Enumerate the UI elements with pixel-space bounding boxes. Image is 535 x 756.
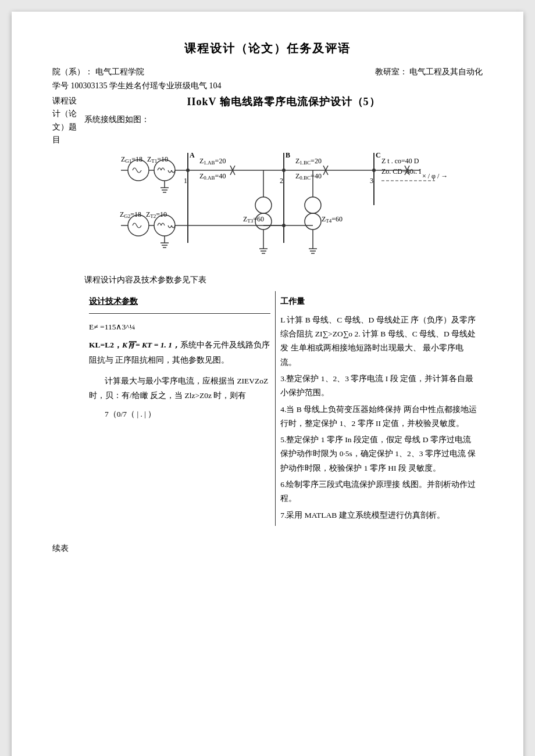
- params-content: E≠ =115∧3^¼ KL=L2，K肎= KT = 1. 1，系统中各元件及线…: [89, 320, 270, 422]
- course-topic-title: IIokV 输电线路零序电流保护设计（5）: [84, 95, 483, 109]
- course-content-intro: 课程设计内容及技术参数参见下表: [84, 275, 483, 285]
- page-container: 课程设计（论文）任务及评语 院（系）： 电气工程学院 教研室： 电气工程及其自动…: [12, 12, 523, 756]
- course-topic-label: 课程设计（论文）题目: [52, 95, 84, 526]
- svg-text:C: C: [376, 151, 381, 159]
- svg-point-73: [282, 224, 286, 227]
- svg-text:ZT1=10: ZT1=10: [147, 155, 168, 164]
- svg-text:Zo.  CD=80s. I: Zo. CD=80s. I: [381, 167, 421, 175]
- svg-text:ZT2=10: ZT2=10: [146, 210, 167, 219]
- svg-text:Z1.AB=20: Z1.AB=20: [199, 157, 226, 166]
- svg-text:2: 2: [280, 177, 283, 185]
- work-header: 工作量: [280, 295, 478, 309]
- work-item-1: L 计算 B 母线、C 母线、D 母线处正 序（负序）及零序综合阻抗 ZI∑>Z…: [280, 313, 478, 370]
- work-item-5: 6.绘制零序三段式电流保护原理接 线图。并剖析动作过程。: [280, 478, 478, 506]
- svg-text:A: A: [190, 151, 195, 159]
- svg-text:Z0.BC=40: Z0.BC=40: [295, 172, 322, 181]
- svg-text:× / φ / →: × / φ / →: [422, 172, 448, 180]
- svg-text:Z1.BC=20: Z1.BC=20: [295, 157, 322, 166]
- svg-text:1: 1: [184, 177, 187, 185]
- svg-text:3: 3: [370, 177, 373, 185]
- svg-text:ZT3=60: ZT3=60: [243, 215, 264, 224]
- svg-point-18: [186, 169, 190, 172]
- svg-text:ZG2=18: ZG2=18: [120, 210, 141, 219]
- work-content: L 计算 B 母线、C 母线、D 母线处正 序（负序）及零序综合阻抗 ZI∑>Z…: [280, 313, 478, 522]
- work-column: 工作量 L 计算 B 母线、C 母线、D 母线处正 序（负序）及零序综合阻抗 Z…: [276, 291, 483, 526]
- footer-text: 续表: [52, 543, 483, 554]
- diagram-section: 系统接线图如图： ZG1=18 ZT1=10: [84, 114, 483, 263]
- teaching-lab: 教研室： 电气工程及其自动化: [375, 67, 483, 77]
- svg-text:B: B: [286, 151, 290, 159]
- param-item-3: 计算最大与最小零序电流，应根据当 ZIEVZoZ 时，贝：有/给瞰 反之，当 Z…: [89, 374, 270, 403]
- svg-text:ZT4=60: ZT4=60: [322, 215, 343, 224]
- param-item-1: E≠ =115∧3^¼: [89, 320, 270, 335]
- work-item-2: 3.整定保护 1、2、3 零序电流 I 段 定值，并计算各自最小保护范围。: [280, 372, 478, 400]
- course-topic-content: IIokV 输电线路零序电流保护设计（5） 系统接线图如图： ZG1=18 ZT: [84, 95, 483, 526]
- work-item-6: 7.采用 MATLAB 建立系统模型进行仿真剖析。: [280, 508, 478, 522]
- params-column: 设计技术参数 E≠ =115∧3^¼ KL=L2，K肎= KT = 1. 1，系…: [84, 291, 276, 526]
- param-item-4: 7（0/7（ | . | ）: [89, 407, 270, 422]
- diagram-label: 系统接线图如图：: [84, 114, 483, 125]
- page-title: 课程设计（论文）任务及评语: [52, 41, 483, 56]
- svg-point-61: [305, 197, 321, 213]
- work-item-4: 5.整定保护 1 零序 In 段定值，假定 母线 D 零序过电流保护动作时限为 …: [280, 433, 478, 475]
- svg-point-62: [305, 213, 321, 230]
- param-item-2: KL=L2，K肎= KT = 1. 1，系统中各元件及线路负序阻抗与 正序阻抗相…: [89, 338, 270, 367]
- params-header: 设计技术参数: [89, 295, 270, 309]
- main-table: 设计技术参数 E≠ =115∧3^¼ KL=L2，K肎= KT = 1. 1，系…: [84, 291, 483, 526]
- svg-point-52: [255, 197, 272, 213]
- department-label: 院（系）： 电气工程学院: [52, 67, 144, 77]
- work-item-3: 4.当 B 母线上负荷变压器始终保持 两台中性点都接地运行时，整定保护 1、2 …: [280, 403, 478, 431]
- circuit-svg: ZG1=18 ZT1=10: [104, 130, 464, 263]
- info-row-department: 院（系）： 电气工程学院 教研室： 电气工程及其自动化: [52, 67, 483, 77]
- student-info: 学号 100303135 学生姓名付瑶专业班级电气 104: [52, 81, 483, 91]
- svg-text:Z t . co=40 D: Z t . co=40 D: [381, 157, 419, 165]
- circuit-diagram: ZG1=18 ZT1=10: [84, 130, 483, 263]
- course-topic-section: 课程设计（论文）题目 IIokV 输电线路零序电流保护设计（5） 系统接线图如图…: [52, 95, 483, 526]
- svg-text:ZG1=18: ZG1=18: [121, 155, 142, 164]
- svg-text:Z0.AB=40: Z0.AB=40: [199, 172, 226, 181]
